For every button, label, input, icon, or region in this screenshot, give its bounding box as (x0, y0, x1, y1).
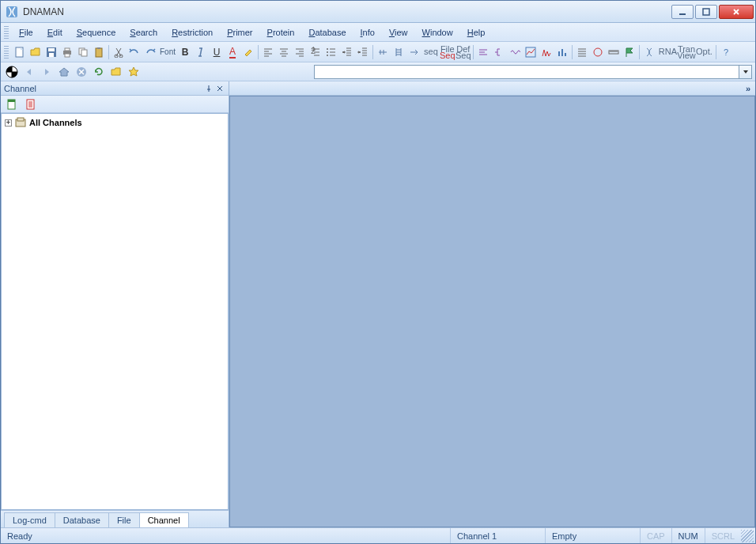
cut-button[interactable] (111, 44, 127, 60)
refresh-icon (93, 66, 104, 77)
address-dropdown-button[interactable] (739, 65, 752, 79)
favorites-button[interactable] (108, 64, 124, 80)
font-color-icon: A (229, 46, 236, 59)
redo-button[interactable] (142, 44, 158, 60)
decrease-indent-button[interactable] (339, 44, 355, 60)
list-bullet-icon (326, 47, 337, 58)
align-left-button[interactable] (260, 44, 276, 60)
bold-button[interactable]: B (177, 44, 193, 60)
menu-database[interactable]: Database (301, 25, 353, 40)
panel-doc1-button[interactable] (4, 96, 20, 112)
tool-peaks-button[interactable] (539, 44, 554, 60)
tool-arrow-button[interactable] (406, 44, 422, 60)
svg-rect-23 (561, 49, 563, 56)
italic-button[interactable] (193, 44, 209, 60)
side-tab-file[interactable]: File (108, 512, 140, 527)
tool-align-button[interactable] (475, 44, 491, 60)
home-icon (59, 66, 70, 77)
panel-close-button[interactable] (214, 83, 225, 94)
highlight-button[interactable] (240, 44, 256, 60)
tool-question-button[interactable]: ? (718, 44, 734, 60)
side-tab-channel[interactable]: Channel (139, 512, 189, 527)
star-button[interactable] (126, 64, 142, 80)
menu-protein[interactable]: Protein (260, 25, 302, 40)
dna-icon (644, 47, 655, 58)
globe-icon (6, 66, 18, 78)
menu-restriction[interactable]: Restriction (164, 25, 220, 40)
tree-expand-toggle[interactable]: + (5, 119, 12, 127)
rna-button[interactable]: RNA (657, 48, 679, 56)
side-tab-database[interactable]: Database (55, 512, 109, 527)
middle-area: Channel + All Channels Log-cmdDatabaseFi… (1, 81, 755, 527)
tree-root-row[interactable]: + All Channels (5, 117, 225, 128)
def-seq-button[interactable]: DefSeq (455, 44, 471, 60)
menu-window[interactable]: Window (415, 25, 460, 40)
close-button[interactable] (719, 5, 754, 19)
file-seq-button[interactable]: FileSeq (440, 44, 455, 60)
cut-icon (113, 47, 124, 58)
tool-orf-button[interactable] (375, 44, 391, 60)
font-button[interactable]: Font (158, 47, 177, 56)
underline-button[interactable]: U (209, 44, 225, 60)
tool-tree-button[interactable] (491, 44, 507, 60)
resize-grip[interactable] (741, 530, 754, 542)
tool-list-button[interactable] (574, 44, 590, 60)
align-center-button[interactable] (276, 44, 292, 60)
tool-ruler-button[interactable] (606, 44, 622, 60)
indent-right-icon (357, 47, 369, 58)
stop-button[interactable] (74, 64, 89, 80)
panel-doc2-button[interactable] (23, 96, 39, 112)
menu-sequence[interactable]: Sequence (70, 25, 123, 40)
menubar-grip (4, 26, 9, 39)
minimize-button[interactable] (671, 5, 694, 19)
list-bullet-button[interactable] (323, 44, 339, 60)
copy-button[interactable] (75, 44, 91, 60)
new-button[interactable] (12, 44, 28, 60)
print-button[interactable] (59, 44, 75, 60)
save-icon (46, 47, 57, 58)
menu-edit[interactable]: Edit (40, 25, 70, 40)
tool-graph-button[interactable] (523, 44, 539, 60)
globe-button[interactable] (4, 64, 20, 80)
content-more-button[interactable]: » (229, 81, 755, 96)
maximize-button[interactable] (695, 5, 717, 19)
menu-view[interactable]: View (382, 25, 415, 40)
tool-ladder-button[interactable] (391, 44, 406, 60)
svg-rect-5 (48, 48, 55, 51)
panel-pin-button[interactable] (203, 83, 214, 94)
align-right-button[interactable] (292, 44, 308, 60)
tool-ww-button[interactable] (507, 44, 523, 60)
chevron-down-icon (743, 69, 749, 75)
paste-button[interactable] (91, 44, 107, 60)
address-input[interactable] (314, 65, 739, 79)
folder-fav-icon (111, 66, 122, 77)
copy-icon (77, 47, 89, 58)
open-button[interactable] (28, 44, 43, 60)
tool-dna-button[interactable] (641, 44, 657, 60)
home-button[interactable] (56, 64, 72, 80)
back-button[interactable] (21, 64, 37, 80)
tool-flag-button[interactable] (622, 44, 637, 60)
menu-file[interactable]: File (12, 25, 40, 40)
menu-search[interactable]: Search (123, 25, 164, 40)
tool-circle-button[interactable] (590, 44, 606, 60)
menu-info[interactable]: Info (353, 25, 382, 40)
seq-button[interactable]: seq (422, 48, 440, 56)
increase-indent-button[interactable] (355, 44, 371, 60)
list-numbered-button[interactable]: 12 (308, 44, 323, 60)
tool-bars-button[interactable] (554, 44, 570, 60)
opt-button[interactable]: Opt. (694, 48, 714, 56)
menu-help[interactable]: Help (460, 25, 493, 40)
undo-button[interactable] (127, 44, 142, 60)
menu-primer[interactable]: Primer (220, 25, 259, 40)
tran-view-button[interactable]: TranView (679, 44, 694, 60)
side-tab-log-cmd[interactable]: Log-cmd (4, 512, 55, 527)
font-color-button[interactable]: A (225, 44, 240, 60)
save-button[interactable] (43, 44, 59, 60)
circle-icon (592, 47, 603, 58)
channel-tree[interactable]: + All Channels (1, 113, 229, 510)
svg-rect-6 (49, 53, 54, 57)
forward-button[interactable] (39, 64, 55, 80)
paste-icon (93, 47, 104, 58)
refresh-button[interactable] (91, 64, 107, 80)
